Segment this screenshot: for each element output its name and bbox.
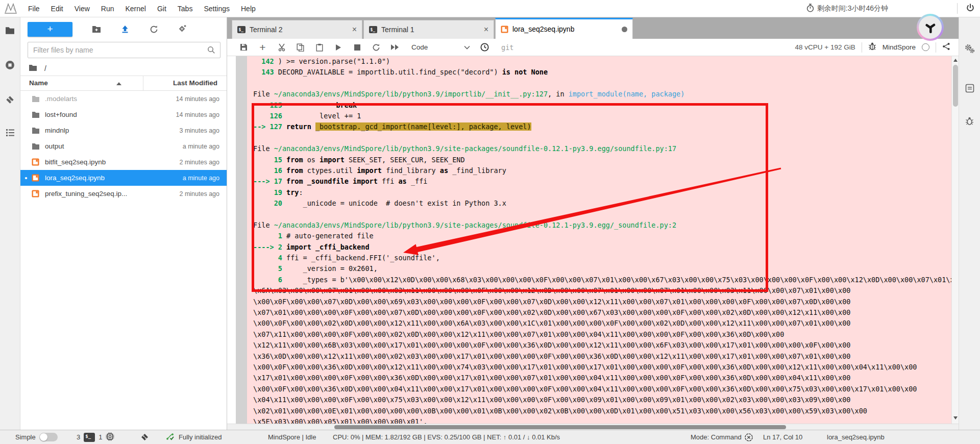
- close-icon[interactable]: ×: [352, 26, 357, 34]
- kernel-status[interactable]: MindSpore | Idle: [268, 430, 316, 444]
- horizontal-scrollbar[interactable]: [227, 424, 959, 430]
- horizontal-scrollbar-thumb[interactable]: [334, 425, 786, 429]
- table-row[interactable]: outputa minute ago: [20, 138, 227, 154]
- column-last-modified[interactable]: Last Modified: [173, 79, 217, 87]
- file-name: lost+found: [45, 111, 77, 118]
- simple-label: Simple: [15, 433, 36, 441]
- scroll-up-icon[interactable]: [953, 59, 958, 62]
- power-icon[interactable]: [966, 4, 975, 15]
- sessions-counter[interactable]: 3 $_ 1: [77, 430, 114, 444]
- git-panel-icon[interactable]: [0, 89, 20, 110]
- terminal-icon: $_: [84, 433, 95, 442]
- output-line: \x17\x01\x00\x00\x00\x0F\x00\x00\x36\x0D…: [253, 373, 951, 383]
- cursor-position[interactable]: Ln 17, Col 10: [763, 430, 802, 444]
- table-row[interactable]: .modelarts14 minutes ago: [20, 91, 227, 107]
- vertical-scrollbar-thumb[interactable]: [953, 65, 958, 107]
- table-row[interactable]: prefix_tuning_seq2seq.ip...2 minutes ago: [20, 186, 227, 202]
- new-launcher-button[interactable]: +: [28, 22, 72, 37]
- mindspore-logo-icon: [919, 16, 942, 39]
- file-browser-icon[interactable]: [0, 20, 20, 41]
- left-activity-bar: [0, 17, 20, 430]
- init-status[interactable]: Fully initialized: [166, 430, 222, 444]
- menu-settings[interactable]: Settings: [198, 5, 235, 13]
- stop-icon[interactable]: [348, 40, 366, 55]
- command-mode-indicator[interactable]: Mode: Command: [691, 430, 742, 444]
- menu-view[interactable]: View: [69, 5, 95, 13]
- output-line: \x02\x01\x00\x00\x0E\x01\x00\x00\x00\x00…: [253, 406, 951, 416]
- git-toolbar-label[interactable]: git: [501, 43, 513, 52]
- tab-lora-seq2seq-ipynb[interactable]: lora_seq2seq.ipynb: [495, 18, 633, 39]
- notebook-content[interactable]: 142 ) >= version.parse("1.1.0") 143 DECO…: [227, 56, 959, 424]
- refresh-icon[interactable]: [147, 25, 160, 34]
- scroll-down-icon[interactable]: [953, 416, 958, 420]
- output-line: \x00\x0F\x00\x00\x36\x0D\x00\x00\x04\x11…: [253, 384, 951, 394]
- settings-gears-icon[interactable]: [959, 38, 980, 59]
- menu-help[interactable]: Help: [235, 5, 261, 13]
- notebook-file-icon: [32, 158, 45, 166]
- breadcrumb-root[interactable]: /: [44, 64, 46, 72]
- debugger-sidebar-bug-icon[interactable]: [959, 111, 980, 131]
- file-modified-time: 14 minutes ago: [176, 111, 219, 118]
- output-line: [253, 78, 951, 89]
- share-icon[interactable]: [942, 42, 950, 53]
- menu-git[interactable]: Git: [152, 5, 172, 13]
- timer-icon: [806, 4, 815, 14]
- output-line: \x00\x0F\x00\x00\x07\x0D\x00\x00\x69\x03…: [253, 297, 951, 307]
- close-icon[interactable]: ×: [484, 26, 488, 34]
- sort-ascending-icon[interactable]: [116, 82, 121, 85]
- running-sessions-icon[interactable]: [0, 55, 20, 75]
- output-line: File ~/anaconda3/envs/MindSpore/lib/pyth…: [253, 89, 951, 100]
- file-modified-time: 2 minutes ago: [179, 159, 219, 166]
- menubar-divider: [957, 3, 958, 14]
- toc-icon[interactable]: [0, 122, 20, 143]
- terminals-count: 3: [77, 433, 80, 441]
- resources-label: 48 vCPU + 192 GiB: [795, 43, 855, 51]
- restart-run-all-icon[interactable]: [385, 40, 404, 55]
- menu-edit[interactable]: Edit: [45, 5, 69, 13]
- menu-tabs[interactable]: Tabs: [172, 5, 199, 13]
- new-folder-icon[interactable]: [90, 26, 103, 33]
- cut-icon[interactable]: [272, 40, 291, 55]
- home-folder-icon[interactable]: [29, 64, 37, 73]
- toggle-switch[interactable]: [39, 433, 58, 441]
- run-icon[interactable]: [329, 40, 348, 55]
- property-inspector-icon[interactable]: [959, 78, 980, 98]
- save-icon[interactable]: [234, 40, 253, 55]
- file-list-header: Name Last Modified: [20, 76, 227, 91]
- add-cell-icon[interactable]: +: [253, 40, 272, 55]
- debugger-bug-icon[interactable]: [868, 42, 876, 53]
- output-line: \x07\x11\x00\x00\x00\x0F\x00\x00\x02\x0D…: [253, 329, 951, 340]
- tab-terminal-1[interactable]: $_Terminal 1×: [363, 20, 494, 39]
- tab-label: Terminal 2: [250, 26, 283, 34]
- kernel-name-label[interactable]: MindSpore: [883, 43, 916, 51]
- upload-icon[interactable]: [118, 25, 132, 33]
- restart-kernel-icon[interactable]: [366, 40, 385, 55]
- menu-run[interactable]: Run: [95, 5, 120, 13]
- vertical-scrollbar[interactable]: [951, 56, 959, 424]
- table-row[interactable]: lost+found14 minutes ago: [20, 107, 227, 122]
- file-modified-time: 14 minutes ago: [176, 95, 219, 103]
- table-row[interactable]: mindnlp3 minutes ago: [20, 122, 227, 138]
- output-line: \x07\x01\x00\x00\x00\x0F\x00\x00\x07\x0D…: [253, 307, 951, 318]
- menu-file[interactable]: File: [22, 5, 45, 13]
- filter-files-input[interactable]: [28, 42, 220, 58]
- copy-icon[interactable]: [291, 40, 310, 55]
- paste-icon[interactable]: [310, 40, 329, 55]
- cell-type-dropdown[interactable]: Code: [411, 43, 470, 51]
- output-collapser[interactable]: [236, 56, 247, 424]
- table-row[interactable]: •lora_seq2seq.ipynba minute ago: [20, 170, 227, 186]
- breadcrumb[interactable]: /: [20, 61, 227, 76]
- jupyterlab-window: FileEditViewRunKernelGitTabsSettingsHelp…: [0, 0, 980, 444]
- history-clock-icon[interactable]: [475, 40, 494, 55]
- table-row[interactable]: bitfit_seq2seq.ipynb2 minutes ago: [20, 154, 227, 170]
- git-clone-icon[interactable]: [176, 24, 189, 34]
- trust-shield-icon[interactable]: [744, 430, 753, 444]
- menu-kernel[interactable]: Kernel: [119, 5, 151, 13]
- tab-terminal-2[interactable]: $_Terminal 2×: [232, 20, 362, 39]
- terminal-icon: $_: [237, 26, 246, 33]
- column-name[interactable]: Name: [29, 79, 48, 87]
- user-avatar[interactable]: [917, 14, 944, 41]
- simple-mode-toggle[interactable]: Simple: [15, 430, 58, 444]
- git-status-icon[interactable]: [140, 430, 149, 444]
- active-filename: lora_seq2seq.ipynb: [827, 430, 885, 444]
